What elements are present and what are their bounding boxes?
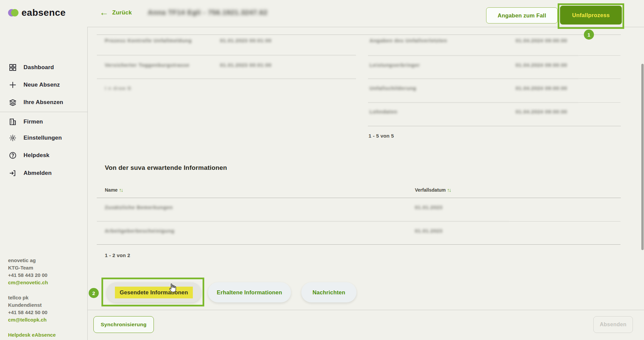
bottom-divider bbox=[87, 310, 644, 310]
process-row-name: Versicherter Toggenburgstrasse bbox=[105, 62, 189, 68]
app-window: eabsence Dashboard Neue Absenz bbox=[0, 0, 644, 340]
highlight-yellow: Gesendete Informationen bbox=[115, 287, 193, 298]
row-separator bbox=[579, 102, 620, 103]
sidebar-item-label: Abmelden bbox=[24, 170, 52, 177]
sidebar-item-label: Firmen bbox=[24, 118, 43, 125]
angaben-zum-fall-button[interactable]: Angaben zum Fall bbox=[486, 7, 558, 23]
dashboard-grid-icon bbox=[9, 63, 17, 71]
eabsence-logo-icon bbox=[8, 8, 18, 18]
column-header-name[interactable]: Name↑↓ bbox=[105, 187, 123, 193]
contact-company: enovetic ag bbox=[8, 257, 82, 264]
process-row-date: 01.04.2024 09:00:00 bbox=[516, 86, 567, 91]
sort-arrows-icon: ↑↓ bbox=[119, 187, 123, 193]
annotation-badge-2: 2 bbox=[89, 288, 99, 298]
process-row-name: Leistungserbringer bbox=[370, 62, 420, 68]
pagination-expected-table: 1 - 2 von 2 bbox=[105, 252, 130, 258]
sidebar-contact-block: enovetic ag KTG-Team +41 58 443 20 00 cm… bbox=[8, 257, 82, 339]
contact-team: Kundendienst bbox=[8, 301, 82, 309]
sidebar-item-ihre-absenzen[interactable]: Ihre Absenzen bbox=[0, 97, 87, 107]
tab-label: Gesendete Informationen bbox=[120, 289, 188, 295]
sidebar-item-einstellungen[interactable]: Einstellungen bbox=[0, 133, 87, 143]
sidebar-item-label: Helpdesk bbox=[24, 152, 49, 159]
section-heading: Von der suva erwartende Informationen bbox=[105, 164, 227, 172]
row-separator bbox=[368, 78, 579, 79]
tab-label: Nachrichten bbox=[312, 289, 345, 296]
table-bottom-border bbox=[97, 244, 620, 245]
sidebar-item-dashboard[interactable]: Dashboard bbox=[0, 62, 87, 72]
row-separator bbox=[97, 55, 356, 56]
page-title-redacted: Anna TF14 Egli - 756.1921.3247.62 bbox=[148, 9, 268, 16]
process-row-date: 01.04.2024 09:00:00 bbox=[516, 62, 567, 68]
gear-icon bbox=[9, 134, 17, 142]
sidebar-item-neue-absenz[interactable]: Neue Absenz bbox=[0, 80, 87, 90]
expected-row-date: 01.01.2023 bbox=[415, 228, 443, 234]
sort-arrows-icon: ↑↓ bbox=[447, 187, 451, 193]
back-link[interactable]: Zurück bbox=[112, 9, 132, 16]
back-arrow-icon[interactable]: ← bbox=[99, 7, 109, 18]
sidebar-item-label: Dashboard bbox=[24, 64, 54, 71]
process-row-date: 01.01.2023 00:01:00 bbox=[220, 38, 272, 43]
scrollbar-thumb[interactable] bbox=[641, 64, 644, 250]
row-separator bbox=[579, 55, 620, 56]
absenden-button[interactable]: Absenden bbox=[593, 316, 633, 333]
contact-phone: +41 58 443 20 00 bbox=[8, 272, 82, 279]
sidebar-item-firmen[interactable]: Firmen bbox=[0, 117, 87, 127]
logout-icon bbox=[9, 169, 17, 177]
process-row-name: Angaben des Unfallverletzten bbox=[370, 38, 447, 43]
row-separator bbox=[97, 78, 356, 79]
process-row-name: I n draw B bbox=[105, 86, 131, 91]
contact-phone: +41 58 442 50 00 bbox=[8, 309, 82, 316]
column-header-verfallsdatum[interactable]: Verfallsdatum↑↓ bbox=[415, 187, 451, 193]
row-separator bbox=[368, 102, 579, 103]
sidebar-item-label: Neue Absenz bbox=[24, 82, 60, 88]
brand-name: eabsence bbox=[22, 7, 66, 18]
table-bottom-border bbox=[368, 126, 621, 126]
process-row-date: 01.01.2023 00:01:00 bbox=[220, 62, 272, 68]
helpdesk-eabsence-link[interactable]: Helpdesk eAbsence bbox=[8, 331, 82, 339]
tab-nachrichten[interactable]: Nachrichten bbox=[301, 282, 356, 302]
row-separator bbox=[368, 55, 579, 56]
expected-row-date: 01.01.2023 bbox=[415, 205, 443, 210]
question-icon bbox=[9, 151, 17, 159]
table-header-border bbox=[97, 198, 621, 198]
building-icon bbox=[9, 118, 17, 126]
sidebar: eabsence Dashboard Neue Absenz bbox=[0, 0, 88, 340]
layers-icon bbox=[9, 98, 17, 106]
contact-team: KTG-Team bbox=[8, 264, 82, 272]
unfallprozess-button[interactable]: Unfallprozess bbox=[560, 6, 622, 25]
sidebar-item-label: Ihre Absenzen bbox=[24, 99, 63, 106]
process-row-date: 01.04.2024 09:00:00 bbox=[516, 109, 567, 114]
brand-logo[interactable]: eabsence bbox=[8, 7, 66, 18]
process-row-name: Lohndaten bbox=[370, 109, 397, 114]
table-top-border bbox=[97, 35, 621, 35]
tab-label: Erhaltene Informationen bbox=[217, 289, 282, 296]
sidebar-item-label: Einstellungen bbox=[24, 135, 62, 141]
tab-gesendete-informationen[interactable]: Gesendete Informationen bbox=[106, 282, 201, 302]
contact-email-link[interactable]: cm@enovetic.ch bbox=[8, 279, 82, 286]
process-row-date: 01.04.2024 09:00:00 bbox=[516, 38, 567, 43]
sidebar-divider bbox=[0, 112, 87, 112]
annotation-badge-1: 1 bbox=[584, 30, 594, 40]
contact-email-link[interactable]: cm@tellcopk.ch bbox=[8, 316, 82, 324]
contact-company: tellco pk bbox=[8, 294, 82, 301]
sidebar-item-abmelden[interactable]: Abmelden bbox=[0, 168, 87, 178]
mouse-cursor-icon bbox=[168, 283, 176, 293]
pagination-right-table: 1 - 5 von 5 bbox=[369, 133, 394, 139]
process-row-name: Prozess Kontrolle Unfallmeldung bbox=[105, 38, 192, 43]
synchronisierung-button[interactable]: Synchronisierung bbox=[93, 316, 154, 333]
row-separator bbox=[509, 221, 620, 222]
process-row-name: Unfallschilderung bbox=[370, 86, 416, 91]
expected-row-name: Arbeitgeberbescheinigung bbox=[105, 228, 175, 234]
expected-row-name: Zusätzliche Bemerkungen bbox=[105, 205, 173, 210]
plus-icon bbox=[9, 81, 17, 89]
sidebar-item-helpdesk[interactable]: Helpdesk bbox=[0, 150, 87, 160]
tab-erhaltene-informationen[interactable]: Erhaltene Informationen bbox=[208, 282, 291, 302]
row-separator bbox=[97, 221, 509, 222]
row-separator bbox=[579, 79, 620, 79]
